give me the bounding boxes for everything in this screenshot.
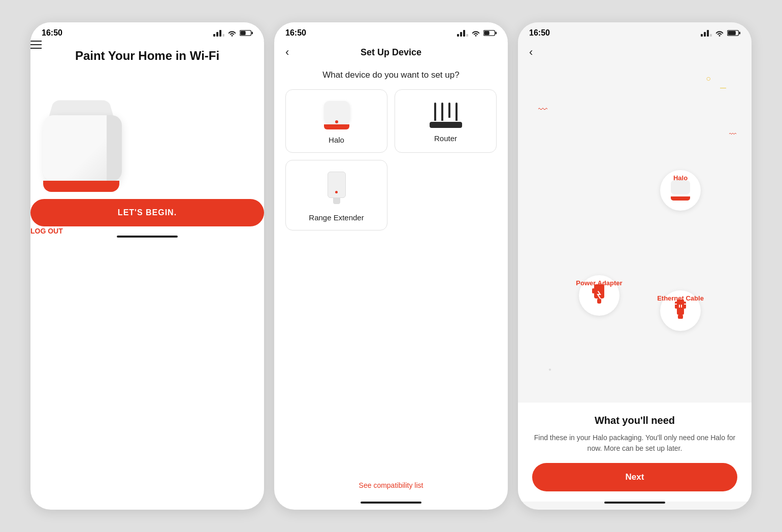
screen-2: 16:50 ‹ Set Up Device What device do you… bbox=[274, 22, 508, 510]
next-button[interactable]: Next bbox=[532, 463, 737, 491]
svg-rect-2 bbox=[251, 31, 253, 34]
svg-rect-8 bbox=[739, 31, 740, 34]
svg-rect-5 bbox=[495, 31, 497, 34]
power-item-label: Power Adapter bbox=[574, 279, 625, 287]
home-indicator-2 bbox=[361, 502, 421, 504]
svg-rect-1 bbox=[240, 31, 245, 35]
router-label: Router bbox=[434, 134, 457, 143]
nav-bar-2: ‹ Set Up Device bbox=[274, 41, 508, 64]
items-cluster: Halo Power Adapter bbox=[564, 165, 706, 302]
page-title-1: Paint Your Home in Wi-Fi bbox=[30, 49, 264, 63]
svg-rect-17 bbox=[684, 304, 686, 305]
deco-squiggle-right: 〰 bbox=[729, 130, 736, 138]
time-1: 16:50 bbox=[42, 28, 62, 38]
power-adapter-svg bbox=[589, 284, 609, 307]
cube-right-face bbox=[107, 115, 122, 181]
extender-label: Range Extender bbox=[309, 213, 364, 222]
signal-icon-2 bbox=[457, 30, 468, 37]
deco-squiggle-left: 〰 bbox=[538, 105, 547, 115]
svg-rect-14 bbox=[683, 302, 686, 309]
svg-rect-18 bbox=[679, 305, 680, 308]
time-3: 16:50 bbox=[529, 28, 550, 38]
nav-bar-3: ‹ bbox=[518, 41, 752, 64]
extender-icon bbox=[324, 172, 349, 207]
battery-icon-3 bbox=[727, 29, 740, 37]
what-desc: Find these in your Halo packaging. You'l… bbox=[532, 433, 737, 454]
status-bar-1: 16:50 bbox=[30, 22, 264, 41]
hero-section: Paint Your Home in Wi-Fi bbox=[30, 49, 264, 199]
wifi-icon bbox=[227, 29, 237, 37]
svg-rect-13 bbox=[675, 302, 677, 309]
back-button-2[interactable]: ‹ bbox=[285, 46, 289, 59]
halo-device-illustration bbox=[30, 87, 132, 194]
device-card-router[interactable]: Router bbox=[395, 89, 497, 153]
screen-1: 16:50 Paint Your Home in Wi-Fi bbox=[30, 22, 264, 510]
what-title: What you'll need bbox=[595, 415, 675, 426]
signal-icon bbox=[213, 30, 224, 37]
router-icon bbox=[428, 103, 464, 128]
device-card-halo[interactable]: Halo bbox=[285, 89, 387, 153]
svg-rect-16 bbox=[675, 304, 677, 305]
halo-item-label: Halo bbox=[665, 174, 696, 182]
item-halo: Halo bbox=[665, 170, 696, 182]
wifi-icon-2 bbox=[471, 29, 480, 37]
deco-dash: — bbox=[720, 84, 726, 91]
deco-circle: ○ bbox=[706, 74, 711, 83]
svg-rect-11 bbox=[597, 298, 601, 304]
halo-mini-icon bbox=[321, 101, 352, 129]
ethernet-item-label: Ethernet Cable bbox=[655, 294, 706, 302]
nav-title-2: Set Up Device bbox=[361, 47, 421, 58]
svg-rect-19 bbox=[681, 305, 682, 308]
subtitle-2: What device do you want to set up? bbox=[285, 70, 497, 80]
bottom-area-1: LET'S BEGIN. LOG OUT bbox=[30, 199, 264, 236]
router-antennas bbox=[434, 103, 458, 121]
status-bar-3: 16:50 bbox=[518, 22, 752, 41]
device-card-extender[interactable]: Range Extender bbox=[285, 160, 387, 230]
router-base bbox=[430, 122, 462, 128]
svg-rect-7 bbox=[728, 31, 736, 35]
battery-icon-2 bbox=[483, 29, 497, 37]
status-icons-1 bbox=[213, 29, 253, 37]
device-selection-grid: Halo Router Range Ext bbox=[274, 89, 508, 230]
illustration-area: ○ — 〰 〰 ● Halo bbox=[518, 64, 752, 403]
item-power: Power Adapter bbox=[574, 275, 625, 287]
home-indicator-1 bbox=[117, 236, 178, 238]
top-bar-1 bbox=[30, 41, 264, 49]
back-button-3[interactable]: ‹ bbox=[529, 46, 533, 59]
status-bar-2: 16:50 bbox=[274, 22, 508, 41]
bottom-panel-3: What you'll need Find these in your Halo… bbox=[518, 403, 752, 502]
svg-rect-15 bbox=[678, 315, 683, 319]
status-icons-3 bbox=[701, 29, 740, 37]
wifi-icon-3 bbox=[715, 29, 724, 37]
ethernet-cable-svg bbox=[671, 300, 690, 322]
battery-icon bbox=[240, 29, 253, 37]
svg-rect-4 bbox=[484, 31, 489, 35]
lets-begin-button[interactable]: LET'S BEGIN. bbox=[30, 199, 264, 226]
halo-label: Halo bbox=[329, 136, 344, 144]
screen-3: 16:50 ‹ ○ — 〰 〰 ● bbox=[518, 22, 752, 510]
item-ethernet: Ethernet Cable bbox=[655, 290, 706, 302]
cube-base bbox=[43, 181, 119, 192]
logout-button[interactable]: LOG OUT bbox=[30, 227, 63, 235]
hamburger-menu[interactable] bbox=[30, 41, 264, 49]
status-icons-2 bbox=[457, 29, 497, 37]
time-2: 16:50 bbox=[285, 28, 306, 38]
halo-sm-icon bbox=[669, 180, 692, 201]
home-indicator-3 bbox=[604, 502, 665, 504]
compatibility-link[interactable]: See compatibility list bbox=[274, 469, 508, 502]
deco-dot: ● bbox=[548, 367, 551, 372]
signal-icon-3 bbox=[701, 30, 712, 37]
svg-rect-10 bbox=[592, 288, 595, 293]
